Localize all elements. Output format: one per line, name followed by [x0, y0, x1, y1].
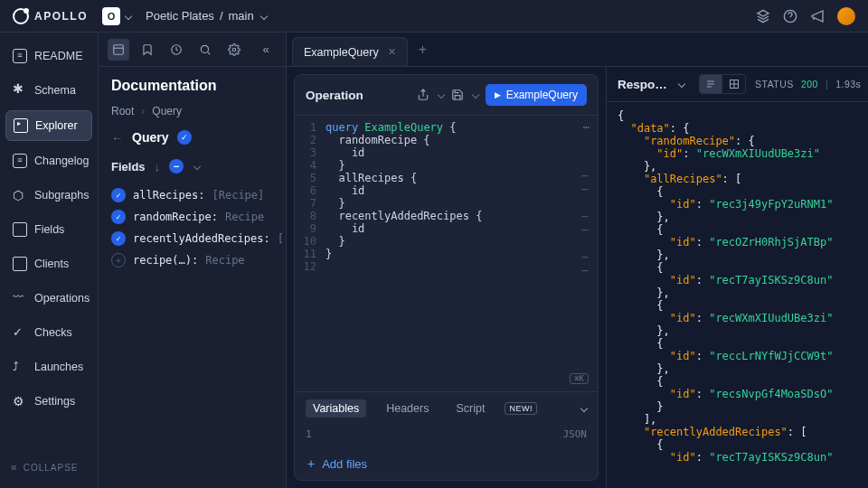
breadcrumb-branch: main	[229, 9, 254, 23]
response-panel: Response STATUS 200 | 1.93s | 335B	[606, 67, 868, 488]
sidebar-item-label: Launches	[34, 361, 83, 373]
checked-icon[interactable]: ✓	[111, 231, 126, 246]
sidebar-item-checks[interactable]: Checks	[5, 318, 92, 347]
changelog-icon	[13, 154, 27, 168]
sidebar-item-launches[interactable]: Launches	[5, 352, 92, 381]
sidebar: READMESchemaExplorerChangelogSubgraphsFi…	[0, 33, 99, 488]
explorer-icon	[14, 118, 28, 133]
apollo-logo-icon	[13, 8, 29, 24]
launches-icon	[13, 360, 27, 374]
sidebar-item-label: Checks	[34, 326, 72, 339]
field-recentlyaddedrecipes[interactable]: ✓recentlyAddedRecipes: [	[111, 228, 273, 249]
svg-point-3	[232, 48, 236, 52]
sidebar-item-changelog[interactable]: Changelog	[5, 146, 92, 175]
sidebar-item-explorer[interactable]: Explorer	[5, 110, 92, 141]
crumb-query[interactable]: Query	[152, 105, 182, 117]
history-icon[interactable]	[165, 39, 187, 61]
doc-breadcrumb: Root › Query	[111, 105, 273, 117]
response-body[interactable]: { "data": { "randomRecipe": { "id": "rec…	[607, 102, 868, 488]
doc-toolbar: «	[99, 33, 286, 67]
run-button[interactable]: ExampleQuery	[486, 84, 587, 106]
view-json-icon[interactable]	[699, 74, 722, 94]
vars-line-number: 1	[306, 428, 312, 440]
collapse-sidebar[interactable]: COLLAPSE	[5, 455, 92, 479]
search-icon[interactable]	[194, 39, 216, 61]
doc-icon	[13, 49, 27, 63]
subgraphs-icon	[13, 188, 27, 202]
collapse-doc-icon[interactable]: «	[255, 39, 277, 61]
chevron-down-icon[interactable]	[193, 163, 201, 170]
sort-icon[interactable]: ↓	[155, 160, 161, 174]
documentation-panel: « Documentation Root › Query ← Query ✓ F…	[99, 33, 287, 488]
fields-icon	[13, 222, 27, 237]
doc-pane-icon[interactable]	[108, 39, 129, 61]
clients-icon	[13, 257, 27, 271]
chevron-down-icon[interactable]	[437, 91, 444, 99]
add-files-button[interactable]: Add files	[295, 447, 598, 480]
tab-bar: ExampleQuery ✕ +	[287, 33, 868, 67]
sidebar-item-label: Clients	[34, 258, 69, 270]
operation-editor[interactable]: ⋯ ⌘K 1query ExampleQuery {2 randomRecipe…	[295, 116, 598, 391]
share-icon[interactable]	[417, 89, 429, 101]
bookmark-icon[interactable]	[137, 39, 158, 61]
tab-headers[interactable]: Headers	[379, 399, 436, 418]
field-recipe[interactable]: +recipe(…): Recipe	[111, 249, 273, 271]
deselect-all-icon[interactable]: −	[169, 159, 184, 174]
breadcrumb-separator: /	[220, 9, 223, 23]
sidebar-item-label: Explorer	[35, 119, 78, 132]
new-badge: NEW!	[505, 402, 537, 415]
add-tab-button[interactable]: +	[410, 42, 436, 58]
kebab-icon[interactable]: ⋯	[583, 121, 590, 134]
sidebar-item-label: Settings	[34, 395, 75, 408]
add-icon[interactable]: +	[111, 253, 126, 267]
gear-icon[interactable]	[223, 39, 245, 61]
main-area: ExampleQuery ✕ + Operation	[287, 33, 868, 488]
back-icon[interactable]: ←	[111, 131, 123, 145]
help-icon[interactable]	[783, 9, 797, 23]
announce-icon[interactable]	[810, 9, 825, 23]
settings-icon	[13, 394, 27, 408]
chevron-down-icon	[259, 12, 267, 19]
json-label: JSON	[563, 428, 588, 440]
tab-variables[interactable]: Variables	[306, 399, 366, 418]
topbar: APOLLO O Poetic Plates / main	[0, 0, 868, 33]
response-time: 1.93s	[835, 79, 861, 89]
tab-script[interactable]: Script	[448, 399, 492, 418]
check-badge-icon[interactable]: ✓	[177, 130, 192, 145]
fields-heading: Fields ↓ −	[111, 159, 273, 174]
chevron-down-icon[interactable]	[580, 405, 588, 412]
status-code: 200	[801, 79, 818, 89]
chevron-down-icon[interactable]	[471, 91, 478, 99]
save-icon[interactable]	[451, 89, 464, 101]
breadcrumb[interactable]: Poetic Plates / main	[146, 9, 267, 23]
close-icon[interactable]: ✕	[388, 46, 396, 58]
org-switcher[interactable]: O	[102, 7, 131, 25]
view-table-icon[interactable]	[722, 74, 746, 94]
chevron-down-icon	[125, 12, 132, 19]
sidebar-item-schema[interactable]: Schema	[5, 76, 92, 105]
field-randomrecipe[interactable]: ✓randomRecipe: Recipe	[111, 206, 273, 228]
checked-icon[interactable]: ✓	[111, 210, 126, 224]
layers-icon[interactable]	[756, 9, 770, 23]
sidebar-item-operations[interactable]: Operations	[5, 284, 92, 313]
svg-point-2	[201, 45, 208, 52]
tab-example-query[interactable]: ExampleQuery ✕	[292, 37, 408, 66]
response-title: Response	[618, 78, 668, 91]
breadcrumb-project: Poetic Plates	[146, 9, 214, 23]
tab-label: ExampleQuery	[304, 46, 379, 59]
sidebar-item-label: Fields	[34, 223, 64, 236]
field-allrecipes[interactable]: ✓allRecipes: [Recipe]	[111, 184, 273, 206]
checked-icon[interactable]: ✓	[111, 188, 126, 202]
checks-icon	[13, 325, 27, 340]
avatar[interactable]	[837, 7, 855, 25]
sidebar-item-label: Schema	[34, 84, 76, 97]
crumb-root[interactable]: Root	[111, 105, 134, 117]
sidebar-item-readme[interactable]: README	[5, 42, 92, 70]
chevron-down-icon[interactable]	[678, 80, 685, 88]
sidebar-item-subgraphs[interactable]: Subgraphs	[5, 181, 92, 210]
sidebar-item-settings[interactable]: Settings	[5, 387, 92, 416]
sidebar-item-fields[interactable]: Fields	[5, 215, 92, 244]
sidebar-item-clients[interactable]: Clients	[5, 249, 92, 278]
operation-title: Operation	[306, 89, 363, 102]
logo[interactable]: APOLLO	[13, 8, 88, 24]
